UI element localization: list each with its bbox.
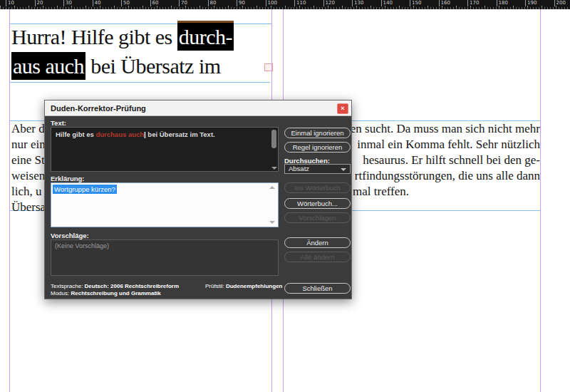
headline-highlight-aus-auch: aus auch — [11, 52, 86, 80]
ignore-once-button[interactable]: Einmal ignorieren — [284, 128, 351, 138]
dictionary-button[interactable]: Wörterbuch... — [284, 198, 351, 209]
text-field-content: Hilfe gibt es durchaus auch| bei Übersat… — [56, 130, 268, 138]
body-text-line-left: Aber d — [11, 122, 45, 136]
ruler-label: 130 — [352, 0, 363, 6]
headline-highlight-durch: durch- — [177, 21, 234, 51]
ruler-label: 140 — [381, 0, 393, 6]
ruler-label: 50 — [121, 0, 130, 6]
body-text-line-left: lich, u — [11, 185, 42, 199]
ruler-label: 190 — [525, 0, 537, 6]
change-all-button: Alle ändern — [284, 252, 351, 262]
suggestions-label: Vorschläge: — [51, 232, 89, 239]
horizontal-ruler[interactable]: 1020304050607080901001101201301401501601… — [0, 0, 570, 9]
body-text-line-right: inmal ein Komma fehlt. Sehr nützlich — [357, 138, 540, 152]
ruler-label: 180 — [497, 0, 508, 6]
body-text-line-right: rtfindungsstörungen, die uns alle dann — [355, 169, 540, 183]
body-text-line-right: en sucht. Da muss man sich nicht mehr — [351, 122, 540, 136]
ruler-label: 80 — [208, 0, 217, 6]
body-text-line-right: hesaurus. Er hilft schnell bei den ge- — [363, 153, 540, 167]
search-scope-dropdown[interactable]: Absatz — [284, 164, 351, 174]
headline-line-1: Hurra! Hilfe gibt es durch- — [11, 22, 234, 51]
suggestions-empty-text: (Keine Vorschläge) — [55, 242, 109, 249]
status-mode-label: Modus: — [51, 290, 69, 296]
explanation-label: Erklärung: — [51, 175, 85, 182]
ruler-label: 90 — [237, 0, 245, 6]
headline-text: bei Übersatz im — [86, 54, 220, 78]
text-plain: Hilfe gibt es — [56, 130, 95, 138]
text-field-scrollbar[interactable] — [271, 128, 277, 170]
body-text-line-left: nur ein — [11, 138, 46, 152]
ruler-label: 110 — [294, 0, 306, 6]
explanation-selected-text: Wortgruppe kürzen? — [53, 185, 117, 194]
scroll-down-icon[interactable] — [269, 221, 275, 224]
body-text-line-left: eine St — [11, 153, 45, 167]
status-mode-value: Rechtschreibung und Grammatik — [71, 290, 160, 296]
ruler-label: 70 — [179, 0, 187, 6]
ruler-label: 200 — [554, 0, 566, 6]
suggestions-list[interactable]: (Keine Vorschläge) — [51, 239, 279, 276]
ruler-label: 160 — [439, 0, 450, 6]
status-language-label: Textsprache: — [51, 283, 83, 289]
body-text-line-left: Übersa — [11, 200, 46, 215]
duden-korrektor-dialog: Duden-Korrektor-Prüfung × Text: Hilfe gi… — [44, 100, 352, 299]
headline-text: Hurra! Hilfe gibt es — [11, 25, 177, 48]
change-button[interactable]: Ändern — [284, 237, 351, 248]
close-icon[interactable]: × — [337, 103, 348, 114]
body-text-line-right: mal treffen. — [353, 185, 409, 199]
ruler-label: 100 — [266, 0, 277, 6]
dialog-titlebar[interactable]: Duden-Korrektor-Prüfung × — [45, 100, 351, 116]
text-field-label: Text: — [51, 119, 66, 127]
explanation-field[interactable]: Wortgruppe kürzen? — [51, 182, 279, 227]
dialog-title: Duden-Korrektor-Prüfung — [51, 104, 146, 113]
ruler-label: 10 — [6, 0, 14, 6]
ignore-rule-button[interactable]: Regel ignorieren — [284, 142, 351, 153]
headline-line-2: aus auch bei Übersatz im — [11, 51, 234, 81]
ruler-label: 40 — [93, 0, 101, 6]
scroll-up-icon[interactable] — [269, 186, 275, 189]
suggest-button: Vorschlagen — [284, 212, 351, 223]
status-language-value: Deutsch: 2006 Rechtschreibreform — [85, 283, 180, 289]
status-checkstyle-label: Prüfstil: — [205, 283, 224, 289]
body-text-line-left: weisen — [11, 169, 45, 183]
headline-frame-bottom-edge — [9, 82, 270, 83]
add-to-dictionary-button: Ins Wörterbuch — [284, 182, 351, 193]
chevron-down-icon — [341, 168, 346, 171]
ruler-label: 30 — [63, 0, 72, 6]
scrollbar-thumb[interactable] — [271, 130, 276, 148]
status-mode: Modus: Rechtschreibung und Grammatik — [51, 290, 161, 296]
scroll-down-icon[interactable] — [271, 167, 277, 170]
ruler-label: 20 — [35, 0, 43, 6]
search-scope-value: Absatz — [289, 165, 309, 172]
ruler-label: 150 — [410, 0, 421, 6]
status-checkstyle-value: Dudenempfehlungen — [226, 283, 283, 289]
close-button[interactable]: Schließen — [284, 283, 351, 294]
status-language: Textsprache: Deutsch: 2006 Rechtschreibr… — [51, 283, 179, 289]
ruler-label: 170 — [467, 0, 479, 6]
headline-text-frame[interactable]: Hurra! Hilfe gibt es durch- aus auch bei… — [11, 22, 234, 81]
text-plain: bei Übersatz im Text. — [146, 130, 215, 138]
guide-vertical[interactable] — [540, 9, 541, 392]
status-checkstyle: Prüfstil: Dudenempfehlungen — [205, 283, 282, 289]
text-field[interactable]: Hilfe gibt es durchaus auch| bei Übersat… — [51, 127, 279, 172]
guide-vertical[interactable] — [9, 9, 10, 392]
text-error-highlight: durchaus auch — [95, 130, 144, 138]
ruler-label: 60 — [150, 0, 159, 6]
ruler-label: 120 — [323, 0, 335, 6]
